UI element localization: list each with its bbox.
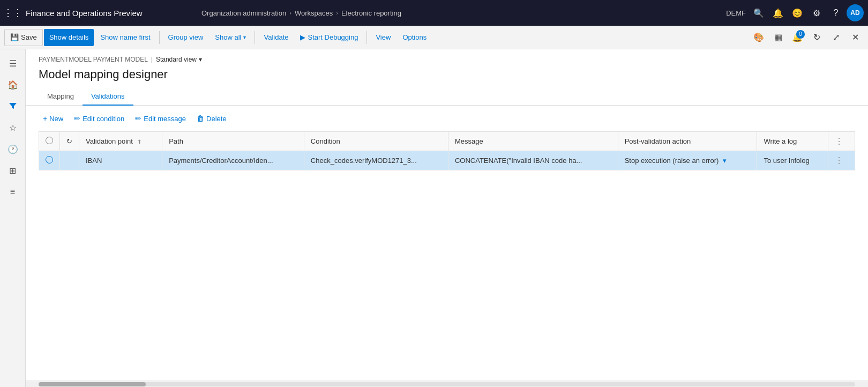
col-more-header: ⋮ (828, 132, 855, 151)
content-view-label: Standard view (156, 56, 197, 63)
breadcrumb-sep-1: › (289, 10, 291, 16)
col-validation-point-header[interactable]: Validation point ⬆ (79, 132, 162, 151)
edit-condition-button[interactable]: ✏ Edit condition (70, 112, 129, 125)
save-label: Save (21, 33, 37, 41)
row-radio[interactable] (46, 156, 53, 163)
content-area: PAYMENTMODEL PAYMENT MODEL | Standard vi… (26, 49, 868, 387)
edit-message-label: Edit message (144, 115, 186, 123)
refresh-icon[interactable]: ↻ (808, 29, 825, 46)
show-name-first-button[interactable]: Show name first (95, 29, 155, 46)
tab-mapping[interactable]: Mapping (39, 88, 83, 106)
horizontal-scrollbar[interactable] (26, 381, 868, 387)
row-path-cell: Payments/CreditorAccount/Iden... (162, 151, 304, 170)
settings-icon-btn[interactable]: ⚙ (808, 4, 825, 21)
toolbar-sep-3 (366, 31, 367, 44)
more-options-icon[interactable]: ⋮ (835, 137, 843, 146)
options-button[interactable]: Options (397, 29, 432, 46)
table-row[interactable]: IBAN Payments/CreditorAccount/Iden... Ch… (39, 151, 855, 170)
save-button[interactable]: 💾 Save (4, 29, 43, 46)
top-navbar: ⋮⋮ Finance and Operations Preview Organi… (0, 0, 868, 26)
expand-icon[interactable]: ⤢ (827, 29, 844, 46)
post-action-dropdown-icon[interactable]: ▾ (723, 157, 727, 165)
group-view-button[interactable]: Group view (163, 29, 209, 46)
col-write-log-header[interactable]: Write a log (757, 132, 828, 151)
validate-label: Validate (264, 33, 288, 41)
tab-validations[interactable]: Validations (83, 88, 133, 106)
search-icon-btn[interactable]: 🔍 (750, 4, 767, 21)
validate-button[interactable]: Validate (258, 29, 294, 46)
sidebar-filter-icon[interactable] (3, 96, 23, 116)
user-avatar[interactable]: AD (847, 4, 864, 21)
save-icon: 💾 (10, 33, 19, 41)
toolbar-right-icons: 🎨 ▦ 🔔 0 ↻ ⤢ ✕ (750, 29, 864, 46)
pencil-icon: ✏ (74, 114, 80, 123)
col-condition-header[interactable]: Condition (304, 132, 448, 151)
col-refresh-header: ↻ (60, 132, 79, 151)
show-details-label: Show details (49, 33, 89, 41)
content-breadcrumb-sep: | (151, 56, 153, 63)
start-debugging-button[interactable]: ▶ Start Debugging (295, 29, 363, 46)
new-label: New (49, 115, 63, 123)
view-button[interactable]: View (370, 29, 396, 46)
row-radio-cell (39, 151, 60, 170)
row-more-cell: ⋮ (828, 151, 855, 170)
new-button[interactable]: + New (39, 112, 68, 125)
tabs-container: Mapping Validations (26, 88, 868, 106)
app-title: Finance and Operations Preview (26, 9, 143, 18)
col-radio-header (39, 132, 60, 151)
refresh-header-icon[interactable]: ↻ (66, 137, 72, 145)
show-details-button[interactable]: Show details (44, 29, 94, 46)
edit-condition-label: Edit condition (83, 115, 124, 123)
row-validation-point-cell: IBAN (79, 151, 162, 170)
sidebar-home-icon[interactable]: 🏠 (3, 75, 23, 94)
panel-icon[interactable]: ▦ (769, 29, 787, 46)
start-debugging-label: Start Debugging (308, 33, 358, 41)
col-message-header[interactable]: Message (448, 132, 618, 151)
left-sidebar: ☰ 🏠 ☆ 🕐 ⊞ ≡ (0, 49, 26, 387)
content-view-dropdown[interactable]: Standard view ▾ (156, 56, 202, 63)
sidebar-star-icon[interactable]: ☆ (3, 118, 23, 137)
delete-button[interactable]: 🗑 Delete (192, 112, 231, 125)
show-all-button[interactable]: Show all ▾ (209, 29, 251, 46)
row-refresh-cell (60, 151, 79, 170)
debug-icon: ▶ (300, 33, 305, 41)
page-title: Model mapping designer (26, 65, 868, 88)
breadcrumb-org-admin[interactable]: Organization administration (201, 9, 286, 17)
scrollbar-track[interactable] (39, 382, 855, 386)
breadcrumb-workspaces[interactable]: Workspaces (295, 9, 333, 17)
sort-icon: ⬆ (137, 139, 141, 145)
view-label: View (376, 33, 391, 41)
grid-container[interactable]: ↻ Validation point ⬆ Path Condition (26, 131, 868, 381)
help-icon-btn[interactable]: ? (827, 4, 844, 21)
sidebar-list-icon[interactable]: ≡ (3, 182, 23, 202)
delete-label: Delete (206, 115, 227, 123)
notification-badge: 0 (796, 30, 805, 39)
options-label: Options (402, 33, 426, 41)
notification-icon[interactable]: 🔔 0 (789, 29, 806, 46)
sidebar-clock-icon[interactable]: 🕐 (3, 139, 23, 159)
top-breadcrumb: Organization administration › Workspaces… (201, 9, 722, 17)
sidebar-menu-icon[interactable]: ☰ (3, 54, 23, 73)
row-more-icon[interactable]: ⋮ (835, 156, 843, 165)
content-breadcrumb: PAYMENTMODEL PAYMENT MODEL | Standard vi… (26, 49, 868, 65)
content-breadcrumb-model: PAYMENTMODEL PAYMENT MODEL (39, 56, 148, 63)
validations-toolbar: + New ✏ Edit condition ✏ Edit message 🗑 … (26, 106, 868, 131)
scrollbar-thumb[interactable] (39, 382, 146, 386)
col-path-header[interactable]: Path (162, 132, 304, 151)
plus-icon: + (43, 114, 47, 123)
edit-message-button[interactable]: ✏ Edit message (131, 112, 190, 125)
bell-icon-btn[interactable]: 🔔 (769, 4, 787, 21)
palette-icon[interactable]: 🎨 (750, 29, 767, 46)
breadcrumb-electronic-reporting[interactable]: Electronic reporting (341, 9, 401, 17)
environment-label: DEMF (726, 9, 746, 17)
show-name-first-label: Show name first (100, 33, 150, 41)
col-post-action-header[interactable]: Post-validation action (618, 132, 757, 151)
header-radio[interactable] (46, 137, 53, 144)
row-post-action-cell: Stop execution (raise an error) ▾ (618, 151, 757, 170)
apps-grid-icon[interactable]: ⋮⋮ (4, 4, 21, 21)
content-view-chevron: ▾ (199, 56, 202, 63)
smiley-icon-btn[interactable]: 😊 (789, 4, 806, 21)
row-write-log-cell: To user Infolog (757, 151, 828, 170)
sidebar-dashboard-icon[interactable]: ⊞ (3, 161, 23, 180)
close-icon[interactable]: ✕ (847, 29, 864, 46)
